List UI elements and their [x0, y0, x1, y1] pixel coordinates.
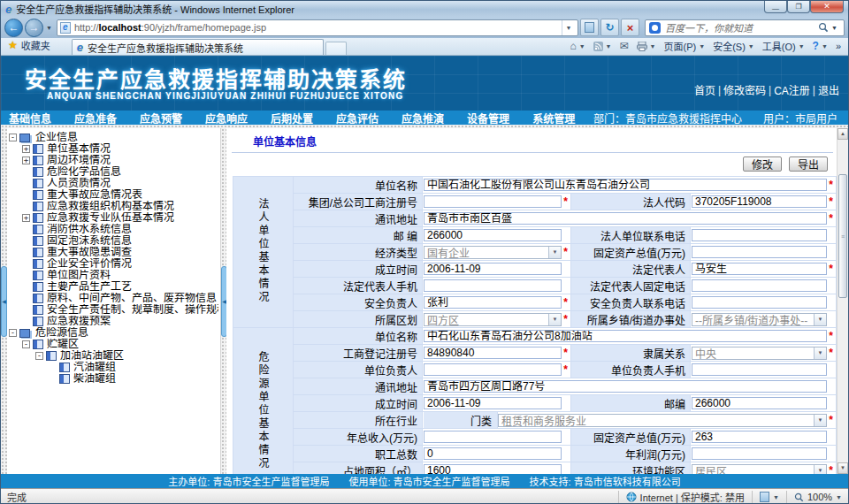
- tree-item-19[interactable]: -加油站油罐区: [9, 350, 218, 362]
- header-link-0[interactable]: 首页: [694, 82, 715, 97]
- zoom-control[interactable]: 100% ▼: [786, 491, 842, 503]
- search-box[interactable]: 百度一下，你就知道 ▼: [645, 19, 845, 36]
- tree-item-0[interactable]: -企业信息: [9, 132, 218, 143]
- form-input[interactable]: 2006-11-09: [424, 263, 562, 275]
- form-select[interactable]: --所属乡镇/街道办事处--: [692, 313, 827, 326]
- form-input[interactable]: [692, 279, 827, 292]
- tree-item-6[interactable]: 应急救援组织机构基本情况: [9, 201, 218, 212]
- minimize-button[interactable]: [764, 1, 787, 13]
- tools-menu-button[interactable]: 工具(O)▼: [762, 39, 805, 53]
- form-input[interactable]: [692, 229, 827, 241]
- form-select[interactable]: 中央: [692, 347, 827, 360]
- refresh-button[interactable]: ↻: [600, 19, 619, 36]
- form-input[interactable]: [692, 447, 827, 460]
- nav-item-3[interactable]: 应急响应: [205, 111, 248, 125]
- address-dropdown-icon[interactable]: ▼: [562, 20, 575, 35]
- form-input[interactable]: 中国石油化工股份有限公司山东青岛石油分公司: [424, 179, 827, 191]
- nav-item-1[interactable]: 应急准备: [74, 111, 117, 125]
- scrollbar-up-arrow[interactable]: ▲: [838, 128, 848, 140]
- search-magnifier-icon[interactable]: [818, 22, 829, 33]
- collapse-toggle-icon[interactable]: -: [9, 329, 17, 337]
- compatibility-view-button[interactable]: [580, 19, 599, 36]
- nav-item-7[interactable]: 设备管理: [467, 111, 509, 125]
- maximize-button[interactable]: [787, 1, 810, 13]
- tree-item-2[interactable]: +周边环境情况: [9, 155, 218, 166]
- nav-item-8[interactable]: 系统管理: [532, 111, 575, 125]
- form-input[interactable]: 马安生: [692, 263, 827, 275]
- search-dropdown-icon[interactable]: ▼: [831, 25, 838, 31]
- form-input[interactable]: [692, 246, 827, 258]
- tree-item-14[interactable]: 原料、中间产物、产品、废弃物信息: [9, 293, 218, 304]
- tree-item-1[interactable]: +单位基本情况: [9, 143, 218, 155]
- new-tab-button[interactable]: [325, 42, 347, 55]
- scrollbar-thumb[interactable]: ≡: [838, 174, 847, 298]
- home-button[interactable]: ⌂▼: [570, 41, 585, 51]
- form-input[interactable]: 青岛市四方区周口路77号: [424, 380, 827, 393]
- stop-button[interactable]: ×: [621, 19, 639, 36]
- address-bar[interactable]: http://localhost:90/yjzh/frame/homepage.…: [57, 19, 578, 36]
- form-select[interactable]: 四方区: [424, 313, 562, 326]
- form-input[interactable]: [424, 363, 562, 376]
- scrollbar-down-arrow[interactable]: ▼: [838, 462, 848, 474]
- tree-splitter[interactable]: ◀: [220, 128, 226, 474]
- form-input[interactable]: [424, 195, 562, 208]
- expand-toggle-icon[interactable]: +: [22, 157, 30, 164]
- nav-item-6[interactable]: 应急推演: [402, 111, 444, 125]
- forward-button[interactable]: →: [25, 19, 43, 37]
- nav-item-2[interactable]: 应急预警: [140, 111, 182, 125]
- tree-item-10[interactable]: 重大事故隐患调查: [9, 247, 218, 258]
- expand-toggle-icon[interactable]: +: [22, 214, 30, 222]
- form-input[interactable]: [424, 279, 562, 292]
- print-button[interactable]: ▼: [637, 42, 656, 51]
- tree-item-8[interactable]: 消防供水系统信息: [9, 224, 218, 235]
- collapse-toggle-icon[interactable]: -: [22, 340, 30, 348]
- form-input[interactable]: 266000: [424, 229, 562, 241]
- export-button[interactable]: 导出: [789, 157, 828, 172]
- form-select[interactable]: 居民区: [692, 464, 827, 475]
- tree-item-15[interactable]: 安全生产责任制、规章制度、操作规程信息: [9, 304, 218, 316]
- splitter-collapse-handle-left[interactable]: ◀: [1, 266, 7, 337]
- form-input[interactable]: [424, 431, 562, 443]
- expand-toggle-icon[interactable]: +: [22, 145, 30, 153]
- modify-button[interactable]: 修改: [743, 157, 782, 172]
- help-menu-button[interactable]: ?▼: [813, 41, 828, 51]
- tree-item-5[interactable]: 重大事故应急情况表: [9, 189, 218, 201]
- collapse-toggle-icon[interactable]: -: [9, 134, 17, 141]
- form-select[interactable]: 国有企业: [424, 246, 562, 259]
- close-button[interactable]: [810, 1, 844, 13]
- form-input[interactable]: 1600: [424, 464, 562, 474]
- tree-item-20[interactable]: 汽油罐组: [9, 362, 218, 373]
- form-input[interactable]: 266000: [692, 397, 827, 409]
- tree-item-7[interactable]: +应急救援专业队伍基本情况: [9, 212, 218, 224]
- form-input[interactable]: 张利: [424, 296, 562, 309]
- tree-item-18[interactable]: -贮罐区: [9, 339, 218, 350]
- tree-item-4[interactable]: 人员资质情况: [9, 178, 218, 189]
- compatibility-status-button[interactable]: ▼: [752, 491, 779, 503]
- tree-item-3[interactable]: 危险化学品信息: [9, 166, 218, 178]
- form-input[interactable]: 2006-11-09: [424, 397, 562, 409]
- header-link-3[interactable]: 退出: [818, 82, 839, 97]
- back-button[interactable]: ←: [4, 19, 23, 37]
- tree-item-16[interactable]: 应急救援预案: [9, 316, 218, 327]
- form-input[interactable]: 青岛市市南区百盛: [424, 212, 827, 225]
- form-input[interactable]: 84890840: [424, 347, 562, 359]
- safety-menu-button[interactable]: 安全(S)▼: [713, 39, 754, 53]
- tree-item-12[interactable]: 单位图片资料: [9, 270, 218, 281]
- feeds-button[interactable]: ▼: [593, 42, 612, 51]
- nav-item-0[interactable]: 基础信息: [9, 111, 51, 125]
- tree-item-17[interactable]: -危险源信息: [9, 327, 218, 339]
- favorites-button[interactable]: ★ 收藏夹: [1, 38, 59, 55]
- nav-item-5[interactable]: 应急评估: [336, 111, 379, 125]
- history-dropdown-icon[interactable]: ▼: [46, 25, 52, 31]
- tree-item-21[interactable]: 柴油罐组: [9, 373, 218, 385]
- form-select[interactable]: 租赁和商务服务业: [498, 414, 827, 427]
- tree-item-11[interactable]: 企业安全评价情况: [9, 258, 218, 270]
- tree-item-13[interactable]: 主要产品生产工艺: [9, 281, 218, 293]
- form-input[interactable]: 中石化山东青岛石油分公司8加油站: [424, 330, 827, 342]
- form-input[interactable]: [692, 363, 827, 376]
- header-link-2[interactable]: CA注册: [774, 82, 810, 97]
- tree-item-9[interactable]: 固定泡沫系统信息: [9, 235, 218, 247]
- form-input[interactable]: [692, 296, 827, 309]
- nav-item-4[interactable]: 后期处置: [271, 111, 313, 125]
- command-overflow-button[interactable]: »: [836, 41, 841, 51]
